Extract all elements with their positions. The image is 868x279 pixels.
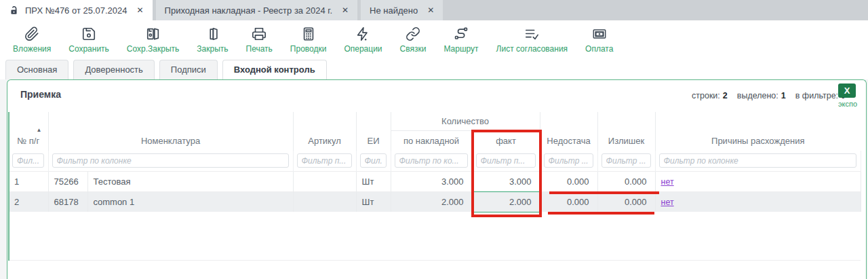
route-button[interactable]: Маршрут <box>435 22 487 58</box>
save-button[interactable]: Сохранить <box>60 22 118 58</box>
paperclip-icon <box>24 26 39 41</box>
cell-num: 2 <box>9 191 48 212</box>
checklist-icon <box>524 26 539 41</box>
column-header-shortage[interactable]: Недостача <box>540 112 597 151</box>
cell-code: 75266 <box>48 171 87 191</box>
filter-reasons-input[interactable] <box>659 153 856 168</box>
table-row-selected[interactable]: 2 68178 common 1 Шт 2.000 2.000 0.000 0.… <box>9 191 861 212</box>
cell-shortage: 0.000 <box>540 191 597 212</box>
close-icon[interactable]: ✕ <box>137 5 144 15</box>
column-header-num[interactable]: ▲ № п/г <box>9 112 48 151</box>
cell-name: common 1 <box>87 191 293 212</box>
door-icon <box>205 26 220 41</box>
save-and-close-icon <box>146 26 161 41</box>
cell-article <box>293 171 356 191</box>
filter-nomenclature-input[interactable] <box>52 153 289 168</box>
panel-title: Приемка <box>20 89 61 100</box>
column-header-unit[interactable]: ЕИ <box>356 112 391 151</box>
window-tab-document[interactable]: ПРХ №476 от 25.07.2024 ✕ <box>0 0 153 20</box>
window-tab-bar: ПРХ №476 от 25.07.2024 ✕ Приходная накла… <box>0 0 868 20</box>
window-tab-title: ПРХ №476 от 25.07.2024 <box>25 5 127 16</box>
attachments-button[interactable]: Вложения <box>4 22 60 58</box>
filter-article-input[interactable] <box>297 153 352 168</box>
table-left-accent <box>8 112 9 261</box>
tab-incoming-control[interactable]: Входной контроль <box>222 60 327 79</box>
close-icon[interactable]: ✕ <box>427 5 434 15</box>
lightning-icon <box>355 26 370 41</box>
cell-fact-focused[interactable]: 2.000 <box>472 191 540 212</box>
tab-main[interactable]: Основная <box>5 60 68 79</box>
window-tab-title: Приходная накладная - Реестр за 2024 г. <box>165 5 332 16</box>
filter-fact-input[interactable] <box>476 153 536 168</box>
table-stats: строки:2 выделено:1 в фильтре:0 <box>692 91 846 100</box>
filter-unit-input[interactable] <box>360 153 387 168</box>
operations-button[interactable]: Операции <box>335 22 391 58</box>
cell-surplus: 0.000 <box>597 191 655 212</box>
acceptance-table: ▲ № п/г Номенклатура Артикул ЕИ Количест… <box>9 112 861 212</box>
route-icon <box>454 26 469 41</box>
column-header-surplus[interactable]: Излишек <box>597 112 655 151</box>
window-tab-registry[interactable]: Приходная накладная - Реестр за 2024 г. … <box>156 0 357 20</box>
selected-count: выделено:1 <box>737 91 786 100</box>
cell-unit: Шт <box>356 171 391 191</box>
cell-article <box>293 191 356 212</box>
chain-link-icon <box>406 26 420 41</box>
links-button[interactable]: Связки <box>391 22 435 58</box>
column-header-reasons[interactable]: Причины расхождения <box>655 112 861 151</box>
cell-code: 68178 <box>48 191 87 212</box>
cell-by-invoice: 3.000 <box>391 171 472 191</box>
excel-export-caption: экспо <box>838 100 857 108</box>
filter-num-input[interactable] <box>12 153 44 168</box>
cell-reason: нет <box>655 191 861 212</box>
table-row[interactable]: 1 75266 Тестовая Шт 3.000 3.000 0.000 0.… <box>9 171 861 191</box>
calculator-icon <box>301 26 316 41</box>
excel-export: X экспо <box>838 83 868 108</box>
cell-surplus: 0.000 <box>597 171 655 191</box>
unlock-icon <box>9 5 19 16</box>
print-button[interactable]: Печать <box>237 22 281 58</box>
column-group-quantity: Количество <box>391 112 540 130</box>
tab-power-of-attorney[interactable]: Доверенность <box>73 60 154 79</box>
sort-asc-icon: ▲ <box>37 128 42 133</box>
column-header-article[interactable]: Артикул <box>293 112 356 151</box>
reason-link[interactable]: нет <box>661 177 674 187</box>
reason-link[interactable]: нет <box>661 198 674 207</box>
close-icon[interactable]: ✕ <box>342 5 349 15</box>
window-tab-not-found[interactable]: Не найдено ✕ <box>361 0 443 20</box>
close-button[interactable]: Закрыть <box>188 22 237 58</box>
cell-reason: нет <box>655 171 861 191</box>
filter-by-invoice-input[interactable] <box>395 153 468 168</box>
printer-icon <box>252 26 267 41</box>
approval-sheet-button[interactable]: Лист согласования <box>488 22 577 58</box>
cell-by-invoice: 2.000 <box>391 191 472 212</box>
postings-button[interactable]: Проводки <box>281 22 336 58</box>
save-close-button[interactable]: Сохр.Закрыть <box>118 22 188 58</box>
cell-unit: Шт <box>356 191 391 212</box>
filter-surplus-input[interactable] <box>601 153 651 168</box>
column-header-by-invoice[interactable]: по накладной <box>391 130 472 151</box>
window-tab-title: Не найдено <box>370 5 418 16</box>
rows-count: строки:2 <box>692 91 728 100</box>
cell-fact[interactable]: 3.000 <box>472 171 540 191</box>
excel-export-button[interactable]: X <box>838 83 856 98</box>
column-header-fact[interactable]: факт <box>472 130 540 151</box>
floppy-icon <box>81 26 96 41</box>
cell-shortage: 0.000 <box>540 171 597 191</box>
payment-button[interactable]: Оплата <box>576 22 622 58</box>
toolbar: Вложения Сохранить Сохр.Закрыть Закрыть … <box>0 20 868 60</box>
filter-shortage-input[interactable] <box>544 153 593 168</box>
cell-num: 1 <box>9 171 48 191</box>
banknote-icon <box>592 26 607 41</box>
document-tabs: Основная Доверенность Подписи Входной ко… <box>0 60 868 79</box>
tab-signatures[interactable]: Подписи <box>159 60 218 79</box>
table-bottom-edge <box>9 260 861 261</box>
cell-name: Тестовая <box>87 171 293 191</box>
column-header-nomenclature[interactable]: Номенклатура <box>48 112 293 151</box>
